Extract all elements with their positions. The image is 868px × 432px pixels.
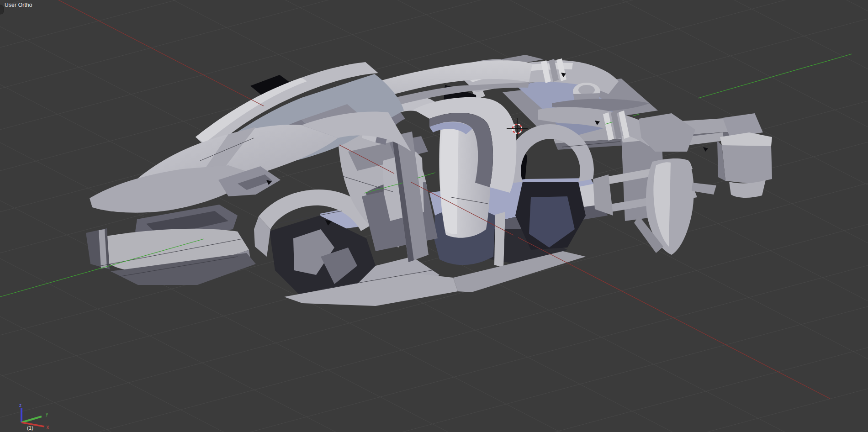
viewport-canvas[interactable]: z y X xyxy=(0,0,868,432)
layer-indicator: (1) xyxy=(27,425,33,431)
toolshelf-tab[interactable] xyxy=(0,5,4,14)
viewport-mode-label: User Ortho xyxy=(5,2,32,8)
gizmo-y-label: y xyxy=(46,411,48,416)
3d-viewport[interactable]: z y X User Ortho (1) xyxy=(0,0,868,432)
viewport-background xyxy=(0,0,868,432)
gizmo-z-label: z xyxy=(19,403,21,408)
gizmo-x-label: X xyxy=(46,425,49,430)
